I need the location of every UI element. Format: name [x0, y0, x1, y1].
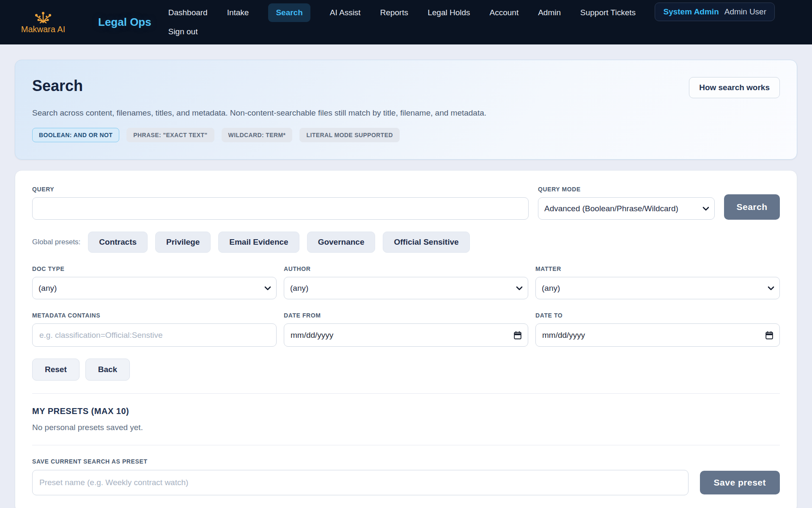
nav-item-account[interactable]: Account	[490, 8, 519, 17]
search-button[interactable]: Search	[724, 194, 780, 220]
query-mode-label: QUERY MODE	[538, 186, 715, 193]
my-presets-heading: MY PRESETS (MAX 10)	[32, 406, 780, 416]
nav-item-admin[interactable]: Admin	[538, 8, 561, 17]
global-preset-privilege[interactable]: Privilege	[155, 232, 211, 253]
save-preset-button[interactable]: Save preset	[700, 471, 780, 494]
date-from-input[interactable]: mm/dd/yyyy	[284, 323, 528, 347]
nav-item-reports[interactable]: Reports	[380, 8, 409, 17]
date-to-value: mm/dd/yyyy	[542, 331, 585, 340]
my-presets-empty-text: No personal presets saved yet.	[32, 423, 780, 432]
nav-item-legal-holds[interactable]: Legal Holds	[428, 8, 470, 17]
matter-select[interactable]: (any)	[535, 277, 780, 299]
doc-type-select[interactable]: (any)	[32, 277, 277, 299]
date-to-group: DATE TO mm/dd/yyyy	[535, 312, 780, 347]
author-group: AUTHOR (any)	[284, 265, 528, 299]
calendar-icon[interactable]	[765, 331, 773, 340]
user-role: System Admin	[663, 7, 719, 17]
save-preset-label: SAVE CURRENT SEARCH AS PRESET	[32, 458, 780, 465]
form-actions: Reset Back	[32, 359, 780, 381]
search-description: Search across content, filenames, titles…	[32, 108, 780, 118]
reset-button[interactable]: Reset	[32, 359, 80, 381]
date-from-value: mm/dd/yyyy	[291, 331, 333, 340]
query-mode-group: QUERY MODE Advanced (Boolean/Phrase/Wild…	[538, 186, 715, 220]
save-preset-row: Save preset	[32, 470, 780, 495]
nav-links: Dashboard Intake Search AI Assist Report…	[168, 0, 636, 44]
query-field-group: QUERY	[32, 186, 529, 220]
badge-literal-mode: LITERAL MODE SUPPORTED	[299, 128, 400, 142]
author-label: AUTHOR	[284, 265, 528, 272]
search-form-card: QUERY QUERY MODE Advanced (Boolean/Phras…	[15, 170, 797, 508]
back-button[interactable]: Back	[85, 359, 130, 381]
search-intro-card: Search How search works Search across co…	[15, 60, 797, 160]
global-presets-label: Global presets:	[32, 238, 80, 246]
metadata-group: METADATA CONTAINS	[32, 312, 277, 347]
global-preset-official-sensitive[interactable]: Official Sensitive	[383, 232, 469, 253]
date-from-group: DATE FROM mm/dd/yyyy	[284, 312, 528, 347]
query-label: QUERY	[32, 186, 529, 193]
nav-item-support-tickets[interactable]: Support Tickets	[580, 8, 636, 17]
doc-type-group: DOC TYPE (any)	[32, 265, 277, 299]
global-presets-row: Global presets: Contracts Privilege Emai…	[32, 232, 780, 253]
nav-item-intake[interactable]: Intake	[227, 8, 249, 17]
preset-name-input[interactable]	[32, 470, 689, 495]
app-name: Legal Ops	[98, 16, 151, 29]
top-navigation-bar: Makwara AI Legal Ops Dashboard Intake Se…	[0, 0, 812, 44]
brand-tree-icon	[33, 11, 53, 23]
author-select[interactable]: (any)	[284, 277, 528, 299]
badge-phrase: PHRASE: "EXACT TEXT"	[126, 128, 214, 142]
divider	[32, 445, 780, 445]
query-mode-select[interactable]: Advanced (Boolean/Phrase/Wildcard)	[538, 197, 715, 220]
nav-item-ai-assist[interactable]: AI Assist	[330, 8, 361, 17]
how-search-works-button[interactable]: How search works	[689, 77, 780, 98]
user-name: Admin User	[724, 7, 766, 17]
nav-item-dashboard[interactable]: Dashboard	[168, 8, 208, 17]
matter-group: MATTER (any)	[535, 265, 780, 299]
nav-item-search[interactable]: Search	[268, 3, 310, 22]
calendar-icon[interactable]	[514, 331, 521, 340]
date-to-input[interactable]: mm/dd/yyyy	[535, 323, 780, 347]
metadata-input[interactable]	[32, 323, 277, 347]
divider	[32, 393, 780, 394]
date-to-label: DATE TO	[535, 312, 780, 319]
badge-wildcard: WILDCARD: TERM*	[222, 128, 293, 142]
query-input[interactable]	[32, 197, 529, 220]
matter-label: MATTER	[535, 265, 780, 272]
syntax-badges: BOOLEAN: AND OR NOT PHRASE: "EXACT TEXT"…	[32, 128, 780, 142]
global-preset-email-evidence[interactable]: Email Evidence	[218, 232, 299, 253]
main-content: Search How search works Search across co…	[0, 44, 812, 508]
page-title: Search	[32, 77, 83, 95]
doc-type-label: DOC TYPE	[32, 265, 277, 272]
badge-boolean: BOOLEAN: AND OR NOT	[32, 128, 119, 142]
date-from-label: DATE FROM	[284, 312, 528, 319]
primary-nav: Dashboard Intake Search AI Assist Report…	[168, 0, 636, 25]
metadata-label: METADATA CONTAINS	[32, 312, 277, 319]
brand-logo[interactable]: Makwara AI	[15, 0, 71, 44]
global-preset-governance[interactable]: Governance	[307, 232, 376, 253]
brand-name: Makwara AI	[21, 25, 65, 34]
global-preset-contracts[interactable]: Contracts	[88, 232, 148, 253]
user-badge: System Admin Admin User	[655, 3, 775, 21]
sign-out-link[interactable]: Sign out	[168, 27, 198, 36]
